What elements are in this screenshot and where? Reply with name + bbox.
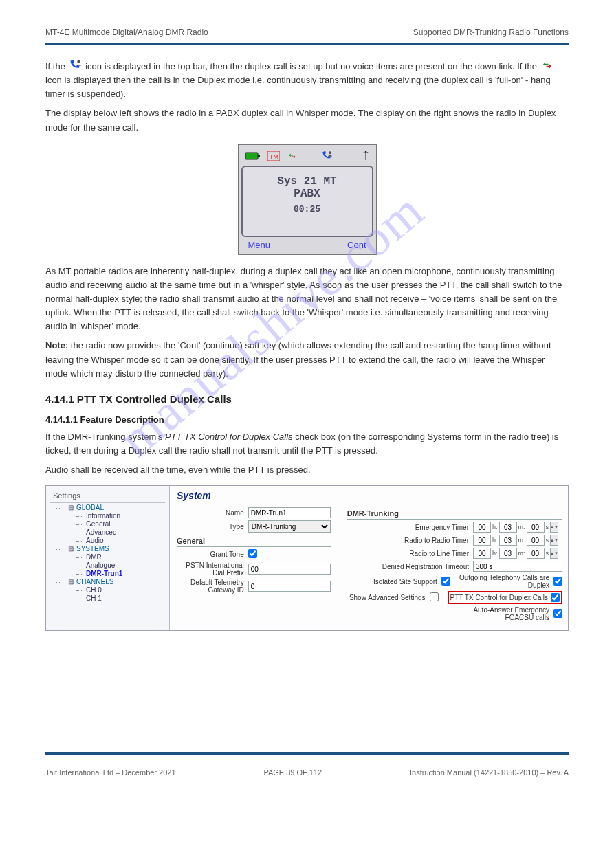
ptt-p1: If the DMR-Trunking system's PTT TX Cont… — [45, 430, 569, 458]
tree-general[interactable]: General — [86, 520, 111, 528]
type-label: Type — [177, 523, 244, 531]
antenna-icon — [362, 151, 369, 164]
svg-text:TM: TM — [270, 153, 278, 160]
iso-label: Isolated Site Support — [347, 578, 437, 586]
intro-p2: The display below left shows the radio i… — [45, 107, 569, 134]
tree-advanced[interactable]: Advanced — [86, 528, 116, 536]
softkey-menu[interactable]: Menu — [248, 240, 271, 250]
svg-point-0 — [77, 60, 80, 64]
system-form: System Name Type DMR-Trunking General Gr… — [170, 486, 568, 630]
pstn-input[interactable] — [248, 564, 331, 575]
screen-timer: 00:25 — [243, 204, 372, 214]
sub-heading: 4.14.1.1 Feature Description — [45, 414, 569, 425]
form-title: System — [177, 490, 562, 501]
ptt-highlight: PTT TX Control for Duplex Calls — [448, 591, 562, 604]
footer-rule — [45, 752, 569, 755]
intro-p1: If the icon is displayed in the top bar,… — [45, 59, 569, 101]
denied-input[interactable] — [473, 561, 562, 572]
name-label: Name — [177, 509, 244, 517]
header-left: MT-4E Multimode Digital/Analog DMR Radio — [45, 27, 208, 37]
tree-channels[interactable]: CHANNELS — [76, 578, 113, 586]
grant-checkbox[interactable] — [248, 549, 257, 558]
tree-dmr-trun1[interactable]: DMR-Trun1 — [86, 570, 122, 577]
radio-display: TM Sys 21 MT PABX 00:25 Menu Cont — [238, 144, 377, 255]
radio-screen: Sys 21 MT PABX 00:25 — [241, 166, 373, 237]
section-heading: 4.14.1 PTT TX Controlled Duplex Calls — [45, 393, 569, 405]
tree-systems[interactable]: SYSTEMS — [76, 545, 109, 553]
out-checkbox[interactable] — [553, 577, 562, 586]
pstn-label: PSTN International Dial Prefix — [177, 561, 244, 577]
duplex-status-icon — [287, 151, 298, 163]
whisper-note: Note: the radio now provides the 'Cont' … — [45, 339, 569, 380]
settings-screenshot: Settings ⊟GLOBAL Information General Adv… — [45, 485, 569, 631]
status-bar: TM — [241, 148, 373, 166]
header-right: Supported DMR-Trunking Radio Functions — [413, 27, 569, 37]
battery-icon — [245, 151, 261, 163]
telemetry-label: Default Telemetry Gateway ID — [177, 579, 244, 594]
ptt-checkbox[interactable] — [551, 593, 560, 602]
auto-label: Auto-Answer Emergency FOACSU calls — [459, 606, 549, 621]
footer-center: PAGE 39 OF 112 — [263, 768, 322, 777]
telemetry-input[interactable] — [248, 581, 331, 592]
trunking-group-label: DMR-Trunking — [347, 509, 562, 520]
tree-information[interactable]: Information — [86, 512, 120, 520]
adv-checkbox[interactable] — [430, 592, 439, 601]
whisper-p1: As MT portable radios are inherently hal… — [45, 265, 569, 334]
settings-tree: Settings ⊟GLOBAL Information General Adv… — [46, 486, 170, 630]
tree-global[interactable]: GLOBAL — [76, 504, 104, 511]
screen-line2: PABX — [243, 188, 372, 200]
out-label: Outgoing Telephony Calls are Duplex — [459, 574, 549, 589]
name-input[interactable] — [248, 507, 331, 518]
footer-left: Tait International Ltd – December 2021 — [45, 768, 176, 777]
r2r-label: Radio to Radio Timer — [347, 537, 469, 544]
r2l-label: Radio to Line Timer — [347, 550, 469, 557]
screen-line1: Sys 21 MT — [243, 175, 372, 188]
ptt-p2: Audio shall be received all the time, ev… — [45, 463, 569, 477]
emergency-spinner[interactable]: h: m: s ▲▼ — [473, 522, 562, 533]
denied-label: Denied Registration Timeout — [347, 563, 469, 570]
tm-icon: TM — [267, 151, 280, 163]
general-group-label: General — [177, 537, 331, 547]
emergency-label: Emergency Timer — [347, 524, 469, 531]
tree-audio[interactable]: Audio — [86, 537, 104, 544]
svg-point-5 — [329, 152, 331, 155]
duplex-arrows-icon — [541, 59, 553, 70]
footer-right: Instruction Manual (14221-1850-2010) – R… — [410, 768, 569, 777]
iso-checkbox[interactable] — [441, 577, 450, 586]
tree-ch0[interactable]: CH 0 — [86, 586, 102, 594]
settings-title: Settings — [50, 490, 165, 503]
auto-checkbox[interactable] — [553, 609, 562, 618]
tree-dmr[interactable]: DMR — [86, 553, 102, 561]
tree-analogue[interactable]: Analogue — [86, 561, 115, 569]
svg-rect-2 — [258, 155, 260, 157]
type-select[interactable]: DMR-Trunking — [248, 520, 331, 533]
r2l-spinner[interactable]: h: m: s ▲▼ — [473, 548, 562, 559]
tree-ch1[interactable]: CH 1 — [86, 594, 102, 602]
r2r-spinner[interactable]: h: m: s ▲▼ — [473, 535, 562, 546]
svg-rect-1 — [245, 153, 258, 159]
phone-person-icon — [69, 59, 82, 70]
phone-status-icon — [321, 151, 333, 164]
svg-point-6 — [364, 151, 366, 153]
ptt-label: PTT TX Control for Duplex Calls — [450, 594, 548, 601]
softkey-cont[interactable]: Cont — [347, 240, 366, 250]
header-rule — [45, 43, 569, 45]
grant-label: Grant Tone — [177, 550, 244, 558]
adv-label: Show Advanced Settings — [347, 594, 426, 601]
